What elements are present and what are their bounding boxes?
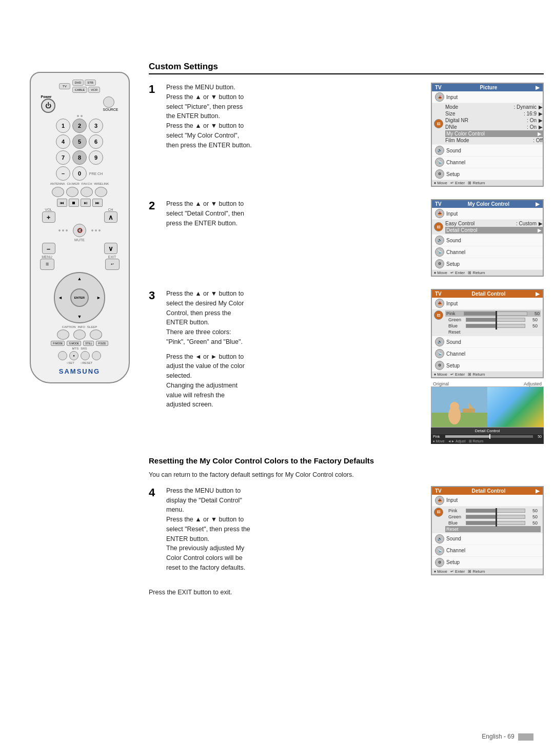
tv-bar-green-4: Green 50 [445, 514, 541, 520]
ch-up-button[interactable]: ∧ [104, 211, 117, 223]
num-row-3: 7 8 9 [36, 150, 124, 165]
tv-row-picture-2: 🖼 Easy Control : Custom ▶ Detail Control… [432, 220, 543, 235]
tv-setup-icon-4: ⚙ [435, 558, 444, 567]
step-3-number: 3 [149, 289, 160, 302]
tv-screen-4: TV Detail Control ▶ 📥 Input 🖼 Pink [431, 486, 544, 575]
photo-pink-label: Pink [433, 435, 444, 438]
vol-down-button[interactable]: – [42, 243, 55, 254]
nav-up-button[interactable]: ▲ [77, 276, 82, 281]
play-pause-button[interactable]: ⏯ [81, 199, 91, 207]
source-button[interactable] [103, 96, 114, 108]
p-size-button[interactable]: P.SIZE [96, 341, 108, 346]
set-label: ○SET [67, 361, 74, 364]
s-mode-button[interactable]: S.MODE [67, 341, 81, 346]
num-2-button[interactable]: 2 [72, 119, 87, 133]
caption-button[interactable] [57, 329, 69, 340]
p-mode-button[interactable]: P.MODE [51, 341, 65, 346]
tv-picture-area-3: 🖼 Pink 50 Green [432, 309, 543, 336]
stop-button[interactable]: ⏹ [69, 199, 79, 207]
step-2-screen: TV My Color Control ▶ 📥 Input 🖼 Easy Con… [431, 199, 544, 277]
cable-button[interactable]: CABLE [72, 87, 88, 93]
ch-down-button[interactable]: ∨ [104, 243, 117, 254]
svg-point-10 [514, 402, 523, 411]
num-1-button[interactable]: 1 [56, 119, 70, 133]
info-button[interactable] [73, 329, 86, 340]
mts-srs-row: ● [36, 351, 124, 360]
nav-right-button[interactable]: ► [96, 295, 101, 300]
antenna-buttons-row [36, 187, 124, 197]
record-button[interactable]: ● [69, 351, 78, 360]
wiselink-button[interactable] [95, 187, 107, 197]
tv-header-picture-label: Picture [480, 85, 497, 90]
photo-pink-bar-track [445, 435, 533, 438]
tv-3-footer-return: ⊞ Return [468, 372, 485, 377]
transport-row: ⏮ ⏹ ⏯ ⏭ [36, 199, 124, 207]
num-6-button[interactable]: 6 [89, 134, 103, 149]
tv-blue-value-4: 50 [527, 520, 538, 526]
vol-ch-row: VOL + CH ∧ [36, 208, 124, 223]
num-9-button[interactable]: 9 [89, 150, 103, 165]
fav-ch-button[interactable] [81, 187, 93, 197]
enter-button[interactable]: ENTER [70, 288, 89, 307]
num-3-button[interactable]: 3 [89, 119, 103, 133]
vcr-button[interactable]: VCR [88, 87, 100, 93]
num-4-button[interactable]: 4 [56, 134, 70, 149]
sleep-button[interactable] [90, 329, 102, 340]
wiselink-label: WISELINK [94, 182, 109, 185]
tv-button[interactable]: TV [59, 83, 70, 89]
tv-sound-icon-3: 🔊 [435, 337, 444, 346]
pmode-row: P.MODE S.MODE STILL P.SIZE [36, 341, 124, 346]
mute-button[interactable]: 🔇 [73, 224, 86, 237]
num-0-button[interactable]: 0 [72, 166, 87, 181]
svg-point-9 [512, 406, 525, 424]
ch-mgr-button[interactable] [66, 187, 78, 197]
tv-input-icon-2: 📥 [435, 209, 444, 218]
nav-down-button[interactable]: ▼ [77, 314, 82, 319]
tv-picture-icon-4: 🖼 [434, 508, 443, 517]
mts-button[interactable] [58, 351, 67, 360]
power-button[interactable]: ⏻ [41, 99, 55, 113]
vol-up-button[interactable]: + [42, 211, 55, 223]
antenna-labels-row: ANTENNA CH.MGR FAV.CH WISELINK [36, 182, 124, 185]
photo-footer-return: ⊞ Return [469, 439, 484, 443]
tv-row-sound-1: 🔊 Sound [432, 145, 543, 157]
tv-row-input-2: 📥 Input [432, 208, 543, 220]
tv-sound-icon-4: 🔊 [435, 534, 444, 544]
stb-button[interactable]: STB [85, 80, 96, 86]
photo-pink-mini-bar: Pink 50 [431, 434, 544, 439]
remote-control: TV DVD STB CABLE VCR Power ⏻ SOURCE [21, 72, 138, 383]
nav-left-button[interactable]: ◄ [58, 295, 63, 300]
dash-button[interactable]: – [56, 166, 70, 181]
tv-channel-icon-2: 📡 [435, 247, 444, 257]
tv-2-footer-enter: ↵ Enter [450, 270, 465, 275]
step-3-block: 3 Press the ▲ or ▼ button to select the … [149, 289, 544, 444]
num-5-button[interactable]: 5 [72, 134, 87, 149]
num-7-button[interactable]: 7 [56, 150, 70, 165]
photo-compare-labels: Original Adjusted [431, 381, 544, 386]
tv-4-footer-enter: ↵ Enter [450, 569, 465, 574]
exit-button[interactable]: ↩ [105, 259, 120, 270]
still-button[interactable]: STILL [83, 341, 94, 346]
page-footer: English - 69 [482, 733, 533, 741]
tv-pink-value-4: 50 [527, 508, 538, 513]
srs-button[interactable] [81, 351, 90, 360]
step-3-screens: TV Detail Control ▶ 📥 Input 🖼 Pink [431, 289, 544, 444]
dvd-button[interactable]: DVD [72, 80, 84, 86]
tv-input-icon: 📥 [435, 92, 444, 102]
svg-rect-2 [431, 387, 488, 413]
tv-green-bar [466, 318, 525, 322]
antenna-button[interactable] [52, 187, 64, 197]
photo-pink-value: 50 [534, 435, 542, 438]
menu-button[interactable]: ☰ [40, 259, 54, 270]
vol-ch-down-row: – ∨ [36, 243, 124, 254]
num-8-button[interactable]: 8 [72, 150, 87, 165]
tv-sound-label-2: Sound [446, 238, 469, 243]
ff-button[interactable]: ⏭ [92, 199, 103, 207]
extra-button[interactable] [92, 351, 101, 360]
step-1-block: 1 Press the MENU button. Press the ▲ or … [149, 83, 544, 187]
caption-labels-row: CAPTION INFO SLEEP [36, 325, 124, 328]
rew-button[interactable]: ⏮ [57, 199, 67, 207]
tv-bar-blue: Blue 50 [445, 323, 541, 329]
tv-row-channel-3: 📡 Channel [432, 348, 543, 360]
remote-body: TV DVD STB CABLE VCR Power ⏻ SOURCE [30, 72, 130, 383]
